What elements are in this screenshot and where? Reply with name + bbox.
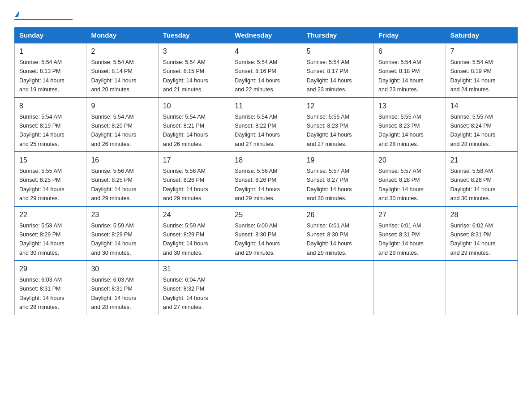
calendar-day-10: 10Sunrise: 5:54 AMSunset: 8:21 PMDayligh…: [158, 98, 230, 152]
calendar-day-30: 30Sunrise: 6:03 AMSunset: 8:31 PMDayligh…: [86, 261, 158, 315]
calendar-empty-cell: [302, 261, 373, 315]
day-number: 18: [235, 155, 297, 166]
day-info: Sunrise: 5:55 AMSunset: 8:23 PMDaylight:…: [307, 114, 352, 147]
calendar-day-3: 3Sunrise: 5:54 AMSunset: 8:15 PMDaylight…: [158, 43, 230, 98]
day-number: 19: [307, 155, 369, 166]
calendar-day-18: 18Sunrise: 5:56 AMSunset: 8:26 PMDayligh…: [230, 152, 302, 206]
weekday-header-thursday: Thursday: [302, 28, 373, 43]
calendar-day-2: 2Sunrise: 5:54 AMSunset: 8:14 PMDaylight…: [86, 43, 158, 98]
calendar-empty-cell: [230, 261, 302, 315]
calendar-day-13: 13Sunrise: 5:55 AMSunset: 8:23 PMDayligh…: [374, 98, 446, 152]
calendar-day-17: 17Sunrise: 5:56 AMSunset: 8:26 PMDayligh…: [158, 152, 230, 206]
day-info: Sunrise: 5:54 AMSunset: 8:22 PMDaylight:…: [235, 114, 280, 147]
calendar-day-6: 6Sunrise: 5:54 AMSunset: 8:18 PMDaylight…: [374, 43, 446, 98]
calendar-day-15: 15Sunrise: 5:55 AMSunset: 8:25 PMDayligh…: [15, 152, 86, 206]
day-number: 24: [163, 210, 225, 220]
day-info: Sunrise: 5:54 AMSunset: 8:17 PMDaylight:…: [307, 59, 352, 93]
calendar-week-row-1: 1Sunrise: 5:54 AMSunset: 8:13 PMDaylight…: [15, 43, 518, 98]
weekday-header-monday: Monday: [86, 28, 158, 43]
day-info: Sunrise: 6:03 AMSunset: 8:31 PMDaylight:…: [91, 277, 136, 310]
day-info: Sunrise: 5:55 AMSunset: 8:24 PMDaylight:…: [450, 114, 496, 147]
day-info: Sunrise: 5:57 AMSunset: 8:28 PMDaylight:…: [378, 168, 424, 201]
day-info: Sunrise: 6:03 AMSunset: 8:31 PMDaylight:…: [19, 277, 64, 310]
calendar-day-28: 28Sunrise: 6:02 AMSunset: 8:31 PMDayligh…: [446, 206, 517, 261]
weekday-header-row: SundayMondayTuesdayWednesdayThursdayFrid…: [15, 28, 518, 43]
day-info: Sunrise: 5:55 AMSunset: 8:25 PMDaylight:…: [19, 168, 64, 201]
day-number: 31: [163, 264, 225, 274]
day-number: 7: [450, 46, 513, 57]
day-info: Sunrise: 5:54 AMSunset: 8:19 PMDaylight:…: [19, 114, 64, 147]
calendar-day-8: 8Sunrise: 5:54 AMSunset: 8:19 PMDaylight…: [15, 98, 86, 152]
day-number: 9: [91, 101, 153, 111]
day-info: Sunrise: 5:55 AMSunset: 8:23 PMDaylight:…: [378, 114, 424, 147]
logo-triangle-icon: [15, 11, 19, 17]
calendar-day-19: 19Sunrise: 5:57 AMSunset: 8:27 PMDayligh…: [302, 152, 373, 206]
day-info: Sunrise: 5:54 AMSunset: 8:13 PMDaylight:…: [19, 59, 64, 93]
calendar-day-21: 21Sunrise: 5:58 AMSunset: 8:28 PMDayligh…: [446, 152, 517, 206]
day-info: Sunrise: 6:02 AMSunset: 8:31 PMDaylight:…: [450, 223, 496, 256]
day-info: Sunrise: 5:54 AMSunset: 8:18 PMDaylight:…: [378, 59, 424, 93]
weekday-header-saturday: Saturday: [446, 28, 517, 43]
day-info: Sunrise: 6:01 AMSunset: 8:30 PMDaylight:…: [307, 223, 352, 256]
calendar-day-5: 5Sunrise: 5:54 AMSunset: 8:17 PMDaylight…: [302, 43, 373, 98]
day-number: 4: [235, 46, 297, 57]
day-number: 6: [378, 46, 441, 57]
calendar-day-31: 31Sunrise: 6:04 AMSunset: 8:32 PMDayligh…: [158, 261, 230, 315]
weekday-header-sunday: Sunday: [15, 28, 86, 43]
calendar-day-1: 1Sunrise: 5:54 AMSunset: 8:13 PMDaylight…: [15, 43, 86, 98]
logo: [14, 11, 73, 20]
calendar-empty-cell: [374, 261, 446, 315]
day-number: 21: [450, 155, 513, 166]
calendar-day-27: 27Sunrise: 6:01 AMSunset: 8:31 PMDayligh…: [374, 206, 446, 261]
calendar-day-24: 24Sunrise: 5:59 AMSunset: 8:29 PMDayligh…: [158, 206, 230, 261]
page-header: [14, 11, 518, 20]
calendar-day-16: 16Sunrise: 5:56 AMSunset: 8:25 PMDayligh…: [86, 152, 158, 206]
day-number: 16: [91, 155, 153, 166]
calendar-week-row-2: 8Sunrise: 5:54 AMSunset: 8:19 PMDaylight…: [15, 98, 518, 152]
day-number: 3: [163, 46, 225, 57]
day-info: Sunrise: 6:04 AMSunset: 8:32 PMDaylight:…: [163, 277, 208, 310]
calendar-day-26: 26Sunrise: 6:01 AMSunset: 8:30 PMDayligh…: [302, 206, 373, 261]
calendar-empty-cell: [446, 261, 517, 315]
weekday-header-tuesday: Tuesday: [158, 28, 230, 43]
day-number: 13: [378, 101, 441, 111]
calendar-table: SundayMondayTuesdayWednesdayThursdayFrid…: [14, 27, 518, 315]
day-info: Sunrise: 5:57 AMSunset: 8:27 PMDaylight:…: [307, 168, 352, 201]
day-number: 29: [19, 264, 82, 274]
day-info: Sunrise: 5:56 AMSunset: 8:25 PMDaylight:…: [91, 168, 136, 201]
day-info: Sunrise: 5:54 AMSunset: 8:14 PMDaylight:…: [91, 59, 136, 93]
calendar-day-11: 11Sunrise: 5:54 AMSunset: 8:22 PMDayligh…: [230, 98, 302, 152]
day-number: 2: [91, 46, 153, 57]
day-number: 26: [307, 210, 369, 220]
day-number: 15: [19, 155, 82, 166]
day-info: Sunrise: 6:01 AMSunset: 8:31 PMDaylight:…: [378, 223, 424, 256]
day-info: Sunrise: 5:54 AMSunset: 8:20 PMDaylight:…: [91, 114, 136, 147]
day-info: Sunrise: 5:56 AMSunset: 8:26 PMDaylight:…: [163, 168, 208, 201]
calendar-day-9: 9Sunrise: 5:54 AMSunset: 8:20 PMDaylight…: [86, 98, 158, 152]
day-info: Sunrise: 5:54 AMSunset: 8:19 PMDaylight:…: [450, 59, 496, 93]
weekday-header-wednesday: Wednesday: [230, 28, 302, 43]
day-number: 23: [91, 210, 153, 220]
calendar-day-20: 20Sunrise: 5:57 AMSunset: 8:28 PMDayligh…: [374, 152, 446, 206]
day-number: 8: [19, 101, 82, 111]
calendar-week-row-5: 29Sunrise: 6:03 AMSunset: 8:31 PMDayligh…: [15, 261, 518, 315]
day-number: 12: [307, 101, 369, 111]
day-info: Sunrise: 5:59 AMSunset: 8:29 PMDaylight:…: [163, 223, 208, 256]
calendar-day-23: 23Sunrise: 5:59 AMSunset: 8:29 PMDayligh…: [86, 206, 158, 261]
day-number: 22: [19, 210, 82, 220]
day-number: 5: [307, 46, 369, 57]
day-number: 28: [450, 210, 513, 220]
calendar-day-14: 14Sunrise: 5:55 AMSunset: 8:24 PMDayligh…: [446, 98, 517, 152]
day-number: 20: [378, 155, 441, 166]
calendar-week-row-4: 22Sunrise: 5:58 AMSunset: 8:29 PMDayligh…: [15, 206, 518, 261]
day-info: Sunrise: 5:59 AMSunset: 8:29 PMDaylight:…: [91, 223, 136, 256]
day-number: 30: [91, 264, 153, 274]
calendar-day-25: 25Sunrise: 6:00 AMSunset: 8:30 PMDayligh…: [230, 206, 302, 261]
day-number: 10: [163, 101, 225, 111]
day-number: 27: [378, 210, 441, 220]
day-info: Sunrise: 5:56 AMSunset: 8:26 PMDaylight:…: [235, 168, 280, 201]
calendar-day-7: 7Sunrise: 5:54 AMSunset: 8:19 PMDaylight…: [446, 43, 517, 98]
calendar-day-4: 4Sunrise: 5:54 AMSunset: 8:16 PMDaylight…: [230, 43, 302, 98]
day-number: 17: [163, 155, 225, 166]
day-number: 25: [235, 210, 297, 220]
